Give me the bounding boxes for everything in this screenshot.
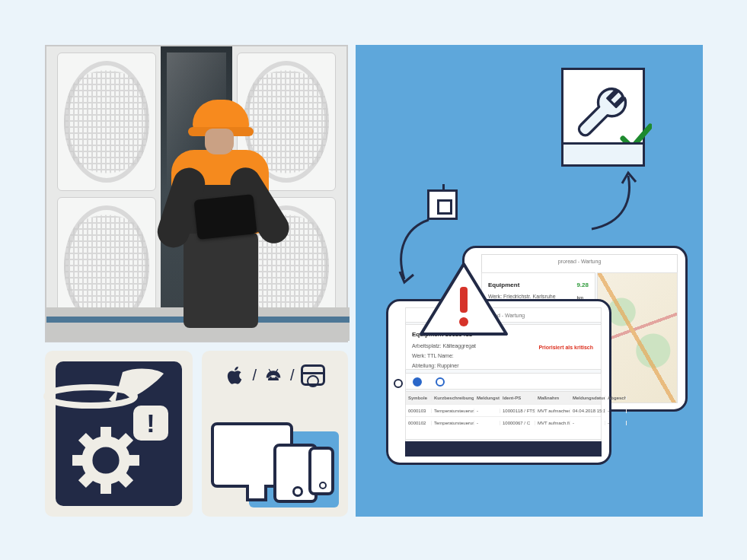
technician [165, 100, 276, 332]
cell: Temperatursteuerung [432, 421, 474, 425]
column-header: Meldungsdatum [570, 396, 605, 400]
browser-icon [301, 364, 325, 386]
footer-bar [405, 441, 602, 457]
tablet-device [193, 194, 257, 240]
tab-info [406, 374, 429, 390]
cell: - [570, 421, 605, 425]
cell: - [605, 409, 627, 413]
warning-icon [418, 261, 509, 340]
alert-badge-icon: ! [133, 406, 168, 441]
phone-icon [308, 447, 334, 495]
iot-chip-icon [427, 189, 458, 220]
cell: - [605, 421, 627, 425]
column-header: Ident-PS [500, 396, 535, 400]
tab-historie [429, 374, 452, 390]
composition: ! / / [45, 45, 703, 518]
maintenance-card [561, 68, 645, 167]
column-header: Kurzbeschreibung [432, 396, 474, 400]
svg-point-11 [459, 317, 468, 326]
platforms-tile: / / [202, 351, 348, 517]
cell: - [474, 409, 500, 413]
cell: - [474, 421, 500, 425]
cell: 04.04.2018 15:1 [570, 409, 605, 413]
cell: MVT aufmachen [535, 409, 570, 413]
cell: MVT aufmach.fin [535, 421, 570, 425]
data-grid: SymboleKurzbeschreibungMeldungstypIdent-… [405, 391, 602, 440]
cell: 10000067 / C [500, 421, 535, 425]
priority-label: Priorisiert als kritisch [538, 343, 593, 353]
apple-icon [225, 364, 246, 386]
gear-icon [72, 427, 139, 494]
column-header: Abgeschl. [605, 396, 627, 400]
separator: / [290, 367, 295, 384]
app-tile: ! [45, 351, 193, 517]
cell: 10000118 / FTS [500, 409, 535, 413]
table-row: 0000102Temperatursteuerung-10000067 / CM… [406, 416, 601, 428]
info-line: Abteilung: Ruppiner [412, 361, 595, 371]
column-header: Meldungstyp [474, 396, 500, 400]
header-title: proread - Wartung [558, 259, 602, 264]
hvac-fan [57, 52, 156, 191]
photo-technician [45, 45, 348, 342]
android-icon [263, 364, 284, 386]
tab-row [405, 373, 602, 390]
check-icon [620, 122, 652, 154]
separator: / [252, 367, 257, 384]
info-line: Werk: TTL Name: [412, 352, 595, 361]
arrow-icon [586, 170, 639, 232]
column-header: Maßnahm [535, 396, 570, 400]
cell: 0000103 [406, 409, 432, 413]
column-header: Symbole [406, 396, 432, 400]
workflow-panel: proread - Wartung Equipment Werk: Friedr… [356, 45, 703, 517]
svg-point-9 [87, 441, 124, 479]
cell: Temperatursteuerung [432, 409, 474, 413]
table-row: 0000103Temperatursteuerung-10000118 / FT… [406, 404, 601, 416]
cell: 0000102 [406, 421, 432, 425]
svg-rect-10 [460, 287, 468, 313]
